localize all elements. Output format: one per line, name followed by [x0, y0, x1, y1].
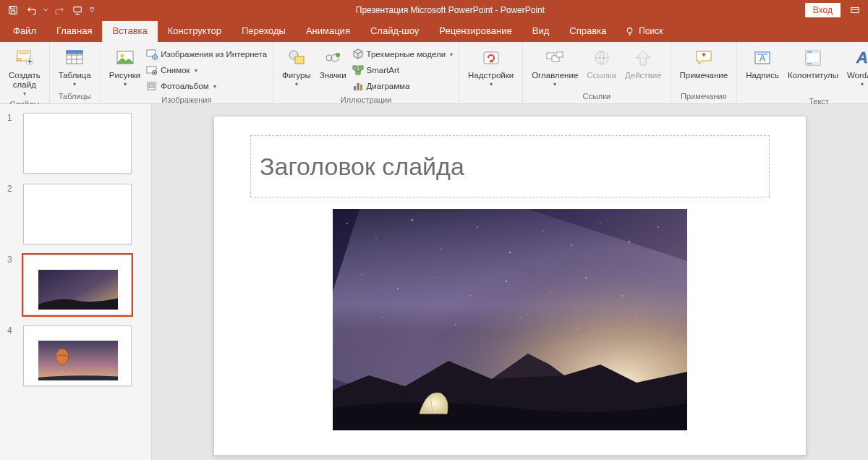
svg-point-68	[571, 244, 572, 246]
wordart-button[interactable]: A WordArt ▾	[843, 45, 868, 89]
save-button[interactable]	[4, 2, 22, 18]
group-slides: Создать слайд ▾ Слайды	[0, 42, 50, 103]
chart-button[interactable]: Диаграмма	[351, 78, 454, 94]
screenshot-icon	[146, 64, 158, 76]
slide-canvas-area[interactable]: Заголовок слайда	[152, 104, 868, 460]
icons-button[interactable]: Значки	[315, 45, 351, 82]
title-bar: Презентация Microsoft PowerPoint - Power…	[0, 0, 868, 20]
group-comments-label: Примечания	[676, 90, 733, 103]
smartart-button[interactable]: SmartArt	[351, 62, 454, 78]
tab-review[interactable]: Рецензирование	[429, 21, 522, 42]
svg-point-65	[477, 226, 477, 227]
icons-label: Значки	[320, 71, 346, 80]
thumbnail-1-row[interactable]: 1	[0, 110, 151, 181]
svg-point-74	[433, 277, 434, 278]
table-button[interactable]: Таблица ▾	[54, 45, 95, 89]
tab-animations[interactable]: Анимация	[296, 21, 360, 42]
start-from-beginning-button[interactable]	[69, 2, 87, 18]
svg-text:A: A	[856, 48, 868, 67]
svg-rect-32	[484, 52, 498, 64]
picture-icon	[114, 46, 137, 69]
svg-point-78	[585, 277, 587, 278]
thumbnail-3[interactable]	[23, 255, 132, 315]
chevron-down-icon: ▾	[73, 81, 76, 88]
ribbon-display-options-button[interactable]	[848, 3, 862, 17]
group-images: Рисунки ▾ Изображения из Интернета Снимо…	[101, 42, 273, 103]
link-button[interactable]: Ссылка	[582, 45, 621, 82]
tab-view[interactable]: Вид	[522, 21, 560, 42]
thumbnail-4-row[interactable]: 4	[0, 323, 151, 393]
ribbon: Создать слайд ▾ Слайды Таблица ▾ Таблицы…	[0, 42, 868, 104]
undo-dropdown[interactable]	[42, 7, 49, 13]
tab-design[interactable]: Конструктор	[158, 21, 231, 42]
smartart-icon	[352, 64, 364, 76]
thumbnail-1[interactable]	[23, 113, 132, 174]
redo-button[interactable]	[51, 2, 68, 18]
addins-button[interactable]: Надстройки ▾	[464, 45, 518, 89]
svg-rect-27	[359, 66, 363, 69]
slide-canvas[interactable]: Заголовок слайда	[213, 116, 807, 456]
slide-image[interactable]	[333, 209, 687, 430]
tab-insert[interactable]: Вставка	[102, 21, 157, 42]
new-slide-button[interactable]: Создать слайд ▾	[4, 45, 45, 98]
comment-label: Примечание	[680, 71, 728, 80]
shapes-button[interactable]: Фигуры ▾	[278, 45, 315, 89]
tab-help[interactable]: Справка	[559, 21, 616, 42]
photo-album-button[interactable]: Фотоальбом ▾	[145, 78, 268, 94]
wordart-label: WordArt	[847, 71, 868, 80]
svg-point-5	[628, 27, 633, 33]
qat-more-dropdown[interactable]	[88, 7, 95, 13]
group-addins-label	[464, 99, 518, 103]
title-placeholder[interactable]: Заголовок слайда	[250, 135, 770, 197]
svg-rect-20	[149, 84, 154, 88]
textbox-button[interactable]: A Надпись	[741, 45, 783, 82]
group-illustrations: Фигуры ▾ Значки Трехмерные модели ▾ Smar…	[273, 42, 459, 103]
comment-button[interactable]: Примечание	[676, 45, 733, 82]
tab-file[interactable]: Файл	[3, 21, 46, 42]
tell-me-search[interactable]: Поиск	[616, 22, 671, 42]
svg-rect-3	[74, 7, 82, 12]
svg-point-72	[361, 273, 362, 274]
tab-slideshow[interactable]: Слайд-шоу	[360, 21, 429, 42]
photo-album-icon	[146, 80, 158, 92]
textbox-icon: A	[751, 46, 774, 69]
sign-in-button[interactable]: Вход	[805, 3, 841, 17]
zoom-toc-label: Оглавление	[532, 71, 578, 80]
undo-button[interactable]	[23, 2, 41, 18]
svg-point-25	[336, 54, 340, 57]
pictures-button[interactable]: Рисунки ▾	[105, 45, 145, 89]
cube-icon	[352, 48, 364, 60]
3d-models-button[interactable]: Трехмерные модели ▾	[351, 46, 454, 62]
online-pictures-button[interactable]: Изображения из Интернета	[145, 46, 268, 62]
thumbnail-3-row[interactable]: 3	[0, 252, 151, 323]
thumbnail-number: 2	[7, 184, 16, 244]
group-links: Оглавление ▾ Ссылка Действие Ссылки	[523, 42, 671, 103]
svg-rect-2	[11, 11, 14, 14]
headerfooter-button[interactable]: Колонтитулы	[783, 45, 843, 82]
thumbnail-2-row[interactable]: 2	[0, 181, 151, 252]
svg-rect-9	[17, 59, 21, 61]
zoom-toc-button[interactable]: Оглавление ▾	[527, 45, 582, 89]
svg-point-64	[441, 248, 441, 249]
tab-transitions[interactable]: Переходы	[231, 21, 296, 42]
thumbnail-4[interactable]	[23, 325, 132, 386]
tab-home[interactable]: Главная	[46, 21, 102, 42]
svg-rect-29	[354, 86, 356, 90]
chart-icon	[352, 80, 364, 92]
online-pictures-label: Изображения из Интернета	[161, 50, 267, 59]
svg-point-13	[120, 54, 124, 58]
3d-models-label: Трехмерные модели	[367, 50, 446, 59]
svg-point-83	[520, 317, 521, 318]
screenshot-button[interactable]: Снимок ▾	[145, 62, 268, 78]
tell-me-label: Поиск	[639, 26, 663, 36]
group-tables: Таблица ▾ Таблицы	[50, 42, 101, 103]
svg-point-82	[455, 324, 456, 325]
thumbnail-2[interactable]	[23, 184, 132, 244]
svg-point-75	[469, 295, 470, 296]
slide-thumbnails-panel[interactable]: 1 2 3 4	[0, 104, 152, 460]
svg-rect-7	[19, 52, 29, 54]
svg-rect-11	[67, 51, 82, 54]
svg-point-70	[629, 241, 630, 242]
work-area: 1 2 3 4	[0, 104, 868, 460]
action-button[interactable]: Действие	[621, 45, 666, 82]
